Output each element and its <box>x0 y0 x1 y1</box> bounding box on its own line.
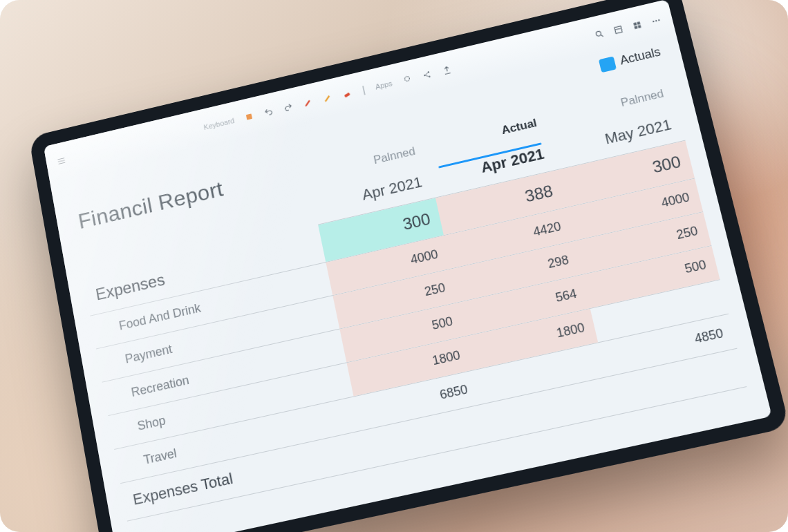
highlighter-icon[interactable] <box>322 93 333 104</box>
svg-rect-8 <box>633 23 637 26</box>
toolbar-divider: | <box>362 85 366 96</box>
actuals-swatch-icon <box>599 56 617 73</box>
toolbar-group-label-left: Keyboard <box>203 117 235 132</box>
export-icon[interactable] <box>441 65 452 76</box>
svg-rect-9 <box>637 22 640 26</box>
lasso-icon[interactable] <box>402 74 413 85</box>
svg-point-6 <box>596 31 601 37</box>
svg-point-4 <box>428 71 430 73</box>
undo-icon[interactable] <box>263 107 274 118</box>
toolbar-group-label-right: Apps <box>375 79 393 91</box>
svg-point-2 <box>404 76 410 82</box>
share-icon[interactable] <box>422 70 433 81</box>
svg-point-3 <box>424 75 426 77</box>
svg-point-5 <box>429 76 431 78</box>
svg-rect-1 <box>344 93 350 98</box>
more-icon[interactable] <box>650 15 662 26</box>
redo-icon[interactable] <box>283 102 294 113</box>
search-icon[interactable] <box>594 29 606 40</box>
svg-rect-0 <box>246 114 252 120</box>
tablet-screen: Keyboard <box>44 0 772 532</box>
pen-icon[interactable] <box>303 97 314 108</box>
grid-icon[interactable] <box>631 20 643 31</box>
svg-rect-7 <box>615 26 622 34</box>
home-icon[interactable] <box>244 111 255 122</box>
svg-rect-10 <box>635 26 638 30</box>
eraser-icon[interactable] <box>342 88 353 99</box>
svg-point-12 <box>653 21 655 23</box>
layout-icon[interactable] <box>612 24 624 35</box>
svg-point-14 <box>658 19 660 21</box>
svg-rect-11 <box>638 26 641 29</box>
svg-point-13 <box>655 20 657 22</box>
menu-icon[interactable] <box>56 155 66 167</box>
